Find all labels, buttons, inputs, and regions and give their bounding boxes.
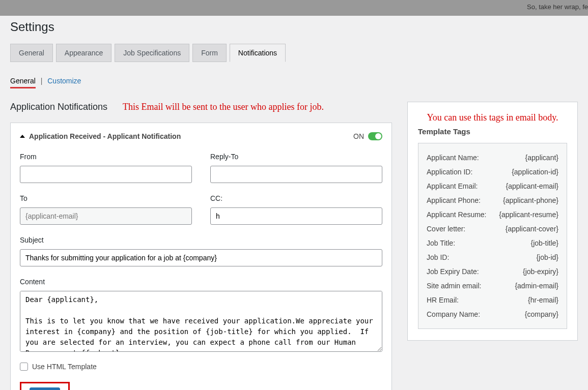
tab-bar: General Appearance Job Specifications Fo… — [0, 43, 588, 62]
tag-row: Site admin email:{admin-email} — [427, 279, 558, 293]
tag-row: Job Expiry Date:{job-expiry} — [427, 264, 558, 279]
tag-row: Job Title:{job-title} — [427, 236, 558, 250]
sidebar-note: You can use this tags in email body. — [418, 112, 567, 123]
tab-job-specifications[interactable]: Job Specifications — [115, 44, 189, 62]
tab-general[interactable]: General — [10, 44, 53, 62]
tag-row: Applicant Resume:{applicant-resume} — [427, 207, 558, 222]
subtab-divider: | — [41, 77, 43, 85]
to-input[interactable] — [20, 207, 192, 225]
tab-notifications[interactable]: Notifications — [230, 44, 286, 62]
tag-row: Applicant Name:{applicant} — [427, 151, 558, 165]
tag-row: Applicant Email:{applicant-email} — [427, 179, 558, 193]
to-label: To — [20, 194, 192, 202]
topbar-overflow-text: So, take her wrap, fe — [527, 3, 588, 11]
reply-to-input[interactable] — [210, 166, 382, 183]
tag-row: Application ID:{application-id} — [427, 165, 558, 179]
tag-row: Applicant Phone:{applicant-phone} — [427, 193, 558, 207]
content-textarea[interactable] — [20, 291, 382, 352]
use-html-label: Use HTML Template — [32, 363, 97, 371]
tab-appearance[interactable]: Appearance — [56, 44, 112, 62]
from-label: From — [20, 153, 192, 161]
notification-card: Application Received - Applicant Notific… — [10, 123, 392, 390]
content-label: Content — [20, 278, 382, 286]
accordion-title: Application Received - Applicant Notific… — [29, 132, 181, 140]
template-tags-card: You can use this tags in email body. Tem… — [407, 102, 578, 341]
tag-row: Company Name:{company} — [427, 307, 558, 321]
subtab-customize[interactable]: Customize — [47, 77, 81, 85]
sidebar-title: Template Tags — [418, 127, 567, 136]
save-button[interactable]: Save — [30, 387, 60, 390]
subject-label: Subject — [20, 236, 382, 244]
cc-label: CC: — [210, 194, 382, 202]
cc-input[interactable] — [210, 207, 382, 225]
subtab-row: General | Customize — [0, 62, 588, 92]
save-highlight: Save — [20, 382, 70, 390]
section-note: This Email will be sent to the user who … — [123, 102, 324, 112]
notification-toggle[interactable] — [368, 132, 382, 140]
tag-row: Cover letter:{applicant-cover} — [427, 222, 558, 236]
reply-to-label: Reply-To — [210, 153, 382, 161]
subject-input[interactable] — [20, 249, 382, 266]
caret-up-icon — [20, 135, 25, 138]
subtab-general[interactable]: General — [10, 77, 36, 88]
tab-form[interactable]: Form — [192, 44, 227, 62]
from-input[interactable] — [20, 166, 192, 183]
tag-row: Job ID:{job-id} — [427, 250, 558, 264]
section-heading: Application Notifications — [10, 102, 107, 112]
top-bar: So, take her wrap, fe — [0, 0, 588, 16]
toggle-label: ON — [353, 132, 364, 140]
accordion-header[interactable]: Application Received - Applicant Notific… — [20, 132, 382, 140]
tags-table: Applicant Name:{applicant} Application I… — [418, 143, 567, 329]
tag-row: HR Email:{hr-email} — [427, 293, 558, 307]
page-title: Settings — [0, 16, 588, 43]
use-html-checkbox[interactable] — [20, 363, 28, 371]
